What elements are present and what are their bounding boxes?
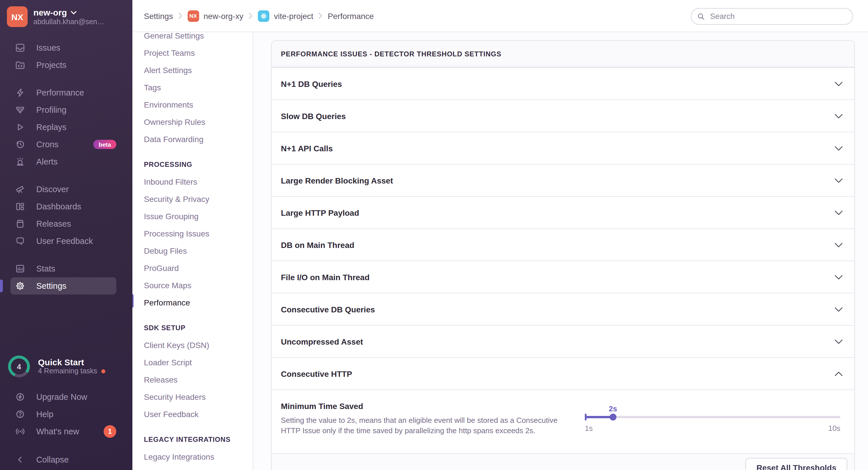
sidebar-item-label: Crons (36, 140, 58, 149)
sidebar-item-label: Dashboards (36, 202, 81, 211)
sidebar-item-alerts[interactable]: Alerts (10, 153, 116, 170)
chevron-down-icon (835, 178, 843, 183)
detector-threshold-panel: PERFORMANCE ISSUES - DETECTOR THRESHOLD … (271, 40, 855, 470)
chevron-down-icon (71, 11, 77, 14)
projects-icon (15, 60, 25, 70)
settings-nav-source-maps[interactable]: Source Maps (132, 277, 253, 294)
primary-sidebar: NX new-org abdullah.khan@sen… Issues Pro… (0, 0, 132, 470)
app-root: NX new-org abdullah.khan@sen… Issues Pro… (0, 0, 868, 470)
settings-nav-loader-script[interactable]: Loader Script (132, 354, 253, 371)
slider-min-label: 1s (585, 424, 593, 433)
active-item-indicator (0, 279, 3, 292)
row-large-render-blocking-asset[interactable]: Large Render Blocking Asset (272, 164, 854, 196)
settings-nav-user-feedback[interactable]: User Feedback (132, 406, 253, 423)
field-label: Minimum Time Saved (281, 402, 363, 411)
slider-track[interactable] (585, 416, 840, 418)
sidebar-item-discover[interactable]: Discover (10, 181, 116, 198)
sidebar-item-profiling[interactable]: Profiling (10, 101, 116, 119)
react-project-icon (258, 10, 269, 22)
row-slow-db-queries[interactable]: Slow DB Queries (272, 100, 854, 132)
settings-nav-security-headers[interactable]: Security Headers (132, 388, 253, 406)
sidebar-item-crons[interactable]: Crons beta (10, 136, 116, 153)
slider-max-label: 10s (828, 424, 840, 433)
settings-nav-proguard[interactable]: ProGuard (132, 260, 253, 277)
sidebar-item-releases[interactable]: Releases (10, 215, 116, 232)
sidebar-item-projects[interactable]: Projects (10, 56, 116, 74)
sidebar-item-label: Performance (36, 88, 84, 97)
row-db-on-main-thread[interactable]: DB on Main Thread (272, 228, 854, 261)
settings-nav-ownership-rules[interactable]: Ownership Rules (132, 113, 253, 131)
chevron-right-icon (319, 13, 322, 19)
sidebar-item-label: Projects (36, 60, 66, 70)
quick-start[interactable]: 4 Quick Start 4 Remaining tasks (8, 356, 105, 377)
search-box (691, 8, 853, 25)
org-name: new-org (33, 7, 67, 18)
sidebar-group-stats: Stats Settings (0, 260, 132, 295)
quick-start-title: Quick Start (38, 357, 105, 367)
sidebar-item-stats[interactable]: Stats (10, 260, 116, 277)
minimum-time-saved-slider: 2s 1s 10s (585, 406, 840, 434)
row-large-http-payload[interactable]: Large HTTP Payload (272, 196, 854, 228)
chevron-down-icon (835, 339, 843, 344)
settings-nav-processing-issues[interactable]: Processing Issues (132, 225, 253, 242)
sidebar-item-replays[interactable]: Replays (10, 119, 116, 136)
sidebar-item-user-feedback[interactable]: User Feedback (10, 232, 116, 250)
upgrade-icon (15, 392, 25, 402)
breadcrumb-organization[interactable]: NX new-org-xy (187, 10, 244, 22)
settings-nav-data-forwarding[interactable]: Data Forwarding (132, 131, 253, 148)
row-n1-db-queries[interactable]: N+1 DB Queries (272, 67, 854, 100)
main-content: PERFORMANCE ISSUES - DETECTOR THRESHOLD … (253, 32, 868, 470)
row-uncompressed-asset[interactable]: Uncompressed Asset (272, 325, 854, 357)
sidebar-item-label: Settings (36, 281, 66, 291)
search-icon (697, 12, 705, 21)
settings-nav-legacy-integrations[interactable]: Legacy Integrations (132, 448, 253, 465)
sidebar-item-label: Releases (36, 219, 71, 228)
slider-handle[interactable] (610, 414, 617, 421)
sidebar-group-issues: Issues Projects (0, 39, 132, 74)
sidebar-item-label: Issues (36, 43, 60, 52)
sidebar-item-settings[interactable]: Settings (10, 277, 116, 295)
settings-nav-project-teams[interactable]: Project Teams (132, 44, 253, 62)
sidebar-group-footer: Upgrade Now Help What's new 1 (0, 388, 132, 440)
crons-icon (15, 139, 25, 149)
settings-nav-performance[interactable]: Performance (132, 294, 253, 311)
settings-nav-issue-grouping[interactable]: Issue Grouping (132, 208, 253, 225)
row-file-io-on-main-thread[interactable]: File I/O on Main Thread (272, 261, 854, 293)
reset-all-thresholds-button[interactable]: Reset All Thresholds (746, 458, 847, 470)
chevron-left-icon (15, 455, 25, 465)
settings-nav-debug-files[interactable]: Debug Files (132, 242, 253, 260)
settings-nav-releases[interactable]: Releases (132, 371, 253, 388)
breadcrumb-project[interactable]: vite-project (258, 10, 313, 22)
beta-badge: beta (94, 140, 116, 149)
quick-start-subtitle: 4 Remaining tasks (38, 367, 97, 376)
org-switcher[interactable]: NX new-org abdullah.khan@sen… (7, 6, 104, 27)
field-description: Setting the value to 2s, means that an e… (281, 415, 563, 436)
releases-icon (15, 219, 25, 229)
sidebar-item-label: Replays (36, 123, 66, 132)
sidebar-collapse-button[interactable]: Collapse (10, 451, 116, 468)
row-consecutive-http[interactable]: Consecutive HTTP (272, 357, 854, 390)
chevron-down-icon (835, 275, 843, 279)
org-email: abdullah.khan@sen… (33, 18, 104, 26)
settings-nav-alert-settings[interactable]: Alert Settings (132, 62, 253, 79)
panel-title: PERFORMANCE ISSUES - DETECTOR THRESHOLD … (272, 41, 854, 67)
dashboards-icon (15, 201, 25, 212)
settings-nav-inbound-filters[interactable]: Inbound Filters (132, 173, 253, 191)
settings-nav-tags[interactable]: Tags (132, 79, 253, 96)
settings-nav: General Settings Project Teams Alert Set… (132, 0, 253, 470)
sidebar-item-performance[interactable]: Performance (10, 84, 116, 101)
settings-nav-client-keys[interactable]: Client Keys (DSN) (132, 337, 253, 354)
sidebar-item-upgrade-now[interactable]: Upgrade Now (10, 388, 116, 406)
sidebar-item-whats-new[interactable]: What's new 1 (10, 423, 116, 440)
breadcrumb-settings[interactable]: Settings (144, 11, 173, 21)
settings-nav-environments[interactable]: Environments (132, 96, 253, 113)
settings-nav-security-privacy[interactable]: Security & Privacy (132, 191, 253, 208)
row-consecutive-db-queries[interactable]: Consecutive DB Queries (272, 293, 854, 325)
sidebar-item-help[interactable]: Help (10, 406, 116, 423)
sidebar-item-issues[interactable]: Issues (10, 39, 116, 56)
chevron-down-icon (835, 307, 843, 311)
row-n1-api-calls[interactable]: N+1 API Calls (272, 132, 854, 164)
top-header: Settings NX new-org-xy vite-project Perf… (132, 0, 868, 32)
search-input[interactable] (709, 11, 847, 21)
sidebar-item-dashboards[interactable]: Dashboards (10, 198, 116, 215)
